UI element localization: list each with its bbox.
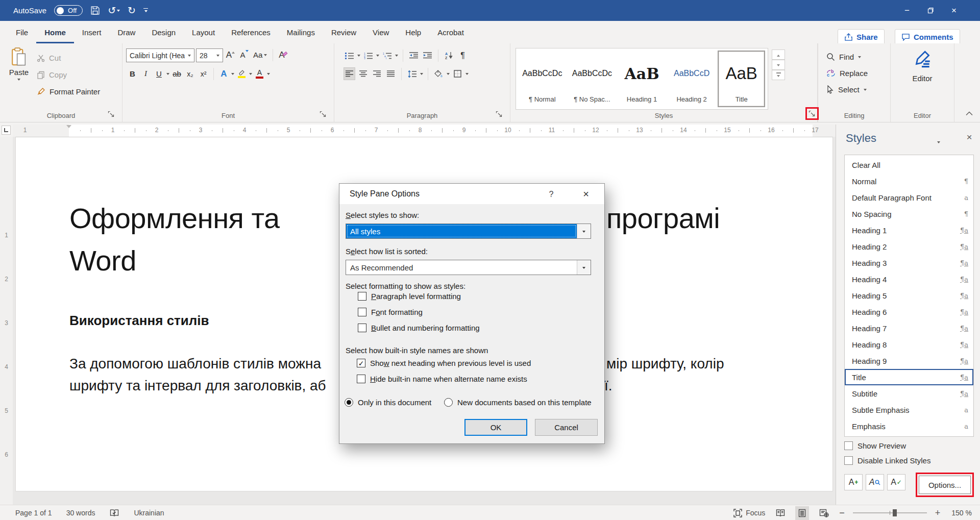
align-center-button[interactable] — [357, 67, 369, 80]
chevron-down-icon[interactable] — [577, 260, 591, 275]
multilevel-list-button[interactable]: 1ai — [381, 49, 393, 62]
subscript-button[interactable]: x₂ — [184, 67, 196, 80]
style-card-h2[interactable]: AaBbCcDHeading 2 — [668, 51, 716, 107]
shrink-font-button[interactable]: A — [238, 48, 250, 61]
gallery-scroll-up-icon[interactable] — [772, 49, 785, 60]
comments-button[interactable]: Comments — [895, 29, 960, 45]
font-color-button[interactable]: A — [254, 67, 265, 80]
manage-styles-button[interactable]: A✓ — [887, 474, 905, 490]
decrease-indent-button[interactable] — [408, 49, 420, 62]
style-item-heading-5[interactable]: Heading 5¶a — [845, 287, 973, 304]
read-mode-button[interactable] — [773, 506, 787, 520]
restore-button[interactable] — [919, 0, 942, 21]
paragraph-formatting-checkbox[interactable]: Paragraph level formatting — [358, 292, 461, 301]
clipboard-dialog-launcher-icon[interactable] — [107, 110, 115, 118]
line-spacing-button[interactable] — [406, 67, 418, 80]
justify-button[interactable] — [385, 67, 397, 80]
increase-indent-button[interactable] — [422, 49, 433, 62]
underline-dropdown-icon[interactable] — [166, 73, 169, 77]
close-button[interactable]: × — [942, 0, 966, 21]
grow-font-button[interactable]: A — [225, 48, 236, 61]
editor-button[interactable]: Editor — [891, 49, 954, 83]
focus-button[interactable]: Focus — [733, 509, 765, 517]
chevron-down-icon[interactable] — [185, 54, 194, 57]
bold-button[interactable]: B — [127, 67, 138, 80]
chevron-down-icon[interactable] — [577, 224, 591, 238]
strikethrough-button[interactable]: ab — [171, 67, 183, 80]
tab-acrobat[interactable]: Acrobat — [429, 23, 472, 43]
style-item-clear-all[interactable]: Clear All — [845, 157, 973, 173]
clear-formatting-button[interactable]: A — [278, 48, 290, 61]
vertical-ruler[interactable]: 123456 — [0, 137, 13, 505]
style-item-heading-2[interactable]: Heading 2¶a — [845, 238, 973, 255]
tab-view[interactable]: View — [364, 23, 397, 43]
tab-layout[interactable]: Layout — [184, 23, 223, 43]
customize-qat-icon[interactable] — [143, 8, 148, 13]
font-color-dropdown-icon[interactable] — [267, 73, 270, 77]
style-item-no-spacing[interactable]: No Spacing¶ — [845, 206, 973, 222]
find-dropdown-icon[interactable] — [858, 56, 861, 60]
collapse-ribbon-icon[interactable] — [966, 109, 973, 118]
copy-button[interactable]: Copy — [37, 66, 100, 83]
redo-icon[interactable]: ↻ — [128, 6, 136, 15]
styles-dialog-launcher-icon[interactable] — [808, 110, 816, 117]
ok-button[interactable]: OK — [464, 419, 527, 436]
tab-draw[interactable]: Draw — [109, 23, 143, 43]
cut-button[interactable]: Cut — [37, 49, 100, 66]
sort-combobox[interactable]: As Recommended — [346, 260, 591, 275]
numbering-dropdown-icon[interactable] — [376, 55, 379, 58]
text-effects-button[interactable]: A — [218, 67, 230, 80]
tab-mailings[interactable]: Mailings — [279, 23, 323, 43]
style-item-heading-1[interactable]: Heading 1¶a — [845, 222, 973, 238]
change-case-button[interactable]: Aa — [252, 48, 268, 61]
show-paragraph-marks-button[interactable]: ¶ — [457, 49, 469, 62]
style-item-heading-6[interactable]: Heading 6¶a — [845, 304, 973, 320]
style-card-normal[interactable]: AaBbCcDc¶ Normal — [519, 51, 566, 107]
zoom-slider[interactable] — [853, 512, 927, 513]
tab-insert[interactable]: Insert — [74, 23, 110, 43]
highlight-button[interactable] — [236, 67, 248, 80]
page-indicator[interactable]: Page 1 of 1 — [15, 509, 52, 517]
select-button[interactable]: Select — [826, 81, 868, 97]
italic-button[interactable]: I — [140, 67, 152, 80]
style-item-heading-8[interactable]: Heading 8¶a — [845, 336, 973, 353]
hide-builtin-name-checkbox[interactable]: Hide built-in name when alternate name e… — [357, 375, 527, 383]
style-inspector-button[interactable]: A — [866, 474, 884, 490]
style-card-nospace[interactable]: AaBbCcDc¶ No Spac... — [569, 51, 616, 107]
shading-button[interactable] — [433, 67, 445, 80]
style-item-heading-4[interactable]: Heading 4¶a — [845, 271, 973, 287]
style-item-normal[interactable]: Normal¶ — [845, 173, 973, 189]
align-right-button[interactable] — [371, 67, 383, 80]
share-button[interactable]: Share — [838, 29, 885, 45]
gallery-expand-icon[interactable] — [772, 70, 785, 80]
print-layout-button[interactable] — [795, 506, 809, 520]
find-button[interactable]: Find — [826, 48, 868, 65]
bullet-dropdown-icon[interactable] — [357, 55, 360, 58]
style-item-heading-9[interactable]: Heading 9¶a — [845, 353, 973, 369]
paragraph-dialog-launcher-icon[interactable] — [495, 110, 503, 118]
undo-dropdown-icon[interactable] — [117, 10, 120, 13]
styles-pane-dropdown-icon[interactable] — [937, 137, 940, 146]
borders-dropdown-icon[interactable] — [465, 73, 469, 77]
styles-to-show-combobox[interactable]: All styles — [346, 224, 591, 239]
zoom-in-icon[interactable]: + — [935, 508, 941, 518]
style-item-emphasis[interactable]: Emphasisa — [845, 418, 973, 434]
word-count[interactable]: 30 words — [66, 509, 95, 517]
text-effects-dropdown-icon[interactable] — [231, 73, 234, 77]
proofing-status-icon[interactable] — [109, 509, 119, 517]
sort-button[interactable]: AZ — [443, 49, 455, 62]
paste-button[interactable]: Paste — [4, 47, 34, 81]
chevron-down-icon[interactable] — [213, 54, 223, 57]
tab-help[interactable]: Help — [397, 23, 429, 43]
zoom-slider-thumb[interactable] — [893, 509, 897, 516]
font-formatting-checkbox[interactable]: Font formatting — [358, 308, 423, 316]
styles-pane-close-icon[interactable]: × — [963, 132, 976, 143]
new-style-button[interactable]: A+ — [844, 474, 863, 490]
zoom-level[interactable]: 150 % — [951, 509, 972, 517]
style-item-heading-7[interactable]: Heading 7¶a — [845, 320, 973, 336]
numbered-list-button[interactable]: 123 — [362, 49, 374, 62]
new-documents-radio[interactable]: New documents based on this template — [444, 398, 592, 407]
highlight-dropdown-icon[interactable] — [249, 73, 252, 77]
line-spacing-dropdown-icon[interactable] — [420, 73, 423, 77]
style-card-title[interactable]: AaBTitle — [718, 51, 765, 107]
